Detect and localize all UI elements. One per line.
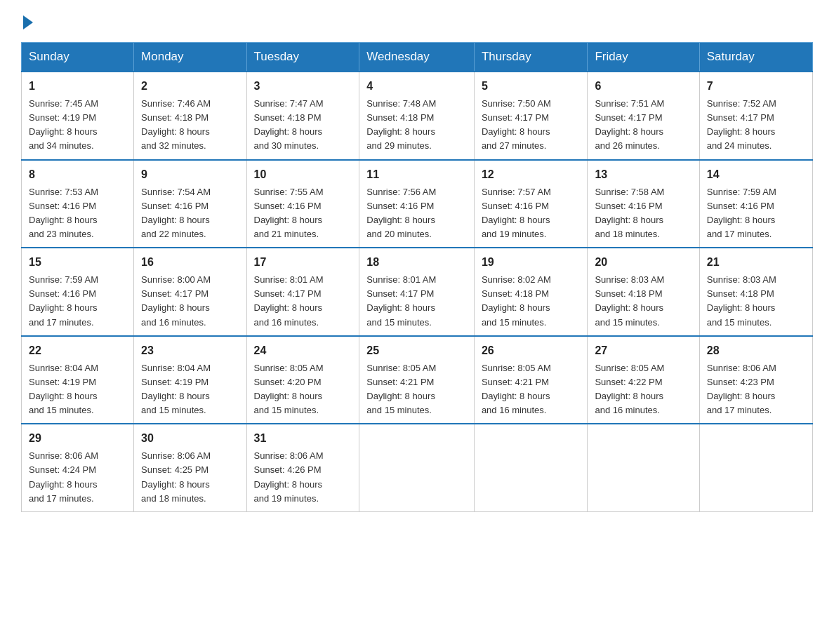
calendar-day-cell: 3Sunrise: 7:47 AMSunset: 4:18 PMDaylight…	[246, 72, 359, 160]
calendar-week-row: 8Sunrise: 7:53 AMSunset: 4:16 PMDaylight…	[22, 160, 813, 248]
day-info: Sunrise: 8:05 AMSunset: 4:22 PMDaylight:…	[595, 361, 691, 418]
calendar-day-cell: 21Sunrise: 8:03 AMSunset: 4:18 PMDayligh…	[699, 248, 812, 336]
day-number: 2	[141, 78, 239, 95]
calendar-day-cell: 14Sunrise: 7:59 AMSunset: 4:16 PMDayligh…	[699, 160, 812, 248]
day-info: Sunrise: 7:45 AMSunset: 4:19 PMDaylight:…	[29, 97, 126, 154]
weekday-header-saturday: Saturday	[699, 43, 812, 72]
calendar-day-cell: 24Sunrise: 8:05 AMSunset: 4:20 PMDayligh…	[246, 336, 359, 424]
day-info: Sunrise: 8:03 AMSunset: 4:18 PMDaylight:…	[707, 273, 805, 330]
day-info: Sunrise: 7:53 AMSunset: 4:16 PMDaylight:…	[29, 185, 126, 242]
weekday-header-wednesday: Wednesday	[359, 43, 475, 72]
day-info: Sunrise: 8:05 AMSunset: 4:21 PMDaylight:…	[482, 361, 581, 418]
calendar-day-cell	[359, 424, 475, 511]
calendar-day-cell: 12Sunrise: 7:57 AMSunset: 4:16 PMDayligh…	[474, 160, 588, 248]
day-number: 20	[595, 254, 691, 271]
logo	[21, 14, 33, 28]
calendar-day-cell: 25Sunrise: 8:05 AMSunset: 4:21 PMDayligh…	[359, 336, 475, 424]
day-info: Sunrise: 8:06 AMSunset: 4:25 PMDaylight:…	[141, 449, 239, 506]
calendar-day-cell: 31Sunrise: 8:06 AMSunset: 4:26 PMDayligh…	[246, 424, 359, 511]
calendar-day-cell: 6Sunrise: 7:51 AMSunset: 4:17 PMDaylight…	[588, 72, 699, 160]
day-number: 25	[366, 342, 467, 359]
day-info: Sunrise: 7:56 AMSunset: 4:16 PMDaylight:…	[366, 185, 467, 242]
day-number: 1	[29, 78, 126, 95]
day-number: 22	[29, 342, 126, 359]
calendar-day-cell: 10Sunrise: 7:55 AMSunset: 4:16 PMDayligh…	[246, 160, 359, 248]
calendar-week-row: 22Sunrise: 8:04 AMSunset: 4:19 PMDayligh…	[22, 336, 813, 424]
day-number: 16	[141, 254, 239, 271]
calendar-day-cell: 8Sunrise: 7:53 AMSunset: 4:16 PMDaylight…	[22, 160, 134, 248]
day-number: 4	[366, 78, 467, 95]
day-number: 13	[595, 166, 691, 183]
weekday-row: SundayMondayTuesdayWednesdayThursdayFrid…	[22, 43, 813, 72]
calendar-day-cell	[699, 424, 812, 511]
calendar-week-row: 15Sunrise: 7:59 AMSunset: 4:16 PMDayligh…	[22, 248, 813, 336]
calendar-day-cell: 29Sunrise: 8:06 AMSunset: 4:24 PMDayligh…	[22, 424, 134, 511]
calendar-day-cell	[588, 424, 699, 511]
day-number: 28	[707, 342, 805, 359]
calendar-day-cell: 13Sunrise: 7:58 AMSunset: 4:16 PMDayligh…	[588, 160, 699, 248]
weekday-header-tuesday: Tuesday	[246, 43, 359, 72]
calendar-day-cell: 4Sunrise: 7:48 AMSunset: 4:18 PMDaylight…	[359, 72, 475, 160]
day-info: Sunrise: 7:55 AMSunset: 4:16 PMDaylight:…	[254, 185, 352, 242]
day-info: Sunrise: 8:01 AMSunset: 4:17 PMDaylight:…	[366, 273, 467, 330]
calendar-day-cell: 18Sunrise: 8:01 AMSunset: 4:17 PMDayligh…	[359, 248, 475, 336]
day-info: Sunrise: 7:54 AMSunset: 4:16 PMDaylight:…	[141, 185, 239, 242]
day-info: Sunrise: 7:58 AMSunset: 4:16 PMDaylight:…	[595, 185, 691, 242]
day-number: 18	[366, 254, 467, 271]
day-number: 6	[595, 78, 691, 95]
calendar-day-cell: 1Sunrise: 7:45 AMSunset: 4:19 PMDaylight…	[22, 72, 134, 160]
day-info: Sunrise: 8:06 AMSunset: 4:23 PMDaylight:…	[707, 361, 805, 418]
day-info: Sunrise: 7:46 AMSunset: 4:18 PMDaylight:…	[141, 97, 239, 154]
calendar-day-cell: 17Sunrise: 8:01 AMSunset: 4:17 PMDayligh…	[246, 248, 359, 336]
calendar-table: SundayMondayTuesdayWednesdayThursdayFrid…	[21, 42, 813, 512]
calendar-day-cell: 11Sunrise: 7:56 AMSunset: 4:16 PMDayligh…	[359, 160, 475, 248]
weekday-header-thursday: Thursday	[474, 43, 588, 72]
day-number: 29	[29, 430, 126, 447]
calendar-day-cell: 27Sunrise: 8:05 AMSunset: 4:22 PMDayligh…	[588, 336, 699, 424]
day-info: Sunrise: 7:47 AMSunset: 4:18 PMDaylight:…	[254, 97, 352, 154]
day-info: Sunrise: 8:05 AMSunset: 4:21 PMDaylight:…	[366, 361, 467, 418]
day-number: 23	[141, 342, 239, 359]
logo-arrow-icon	[23, 15, 33, 29]
day-info: Sunrise: 8:06 AMSunset: 4:24 PMDaylight:…	[29, 449, 126, 506]
day-info: Sunrise: 7:50 AMSunset: 4:17 PMDaylight:…	[482, 97, 581, 154]
day-number: 27	[595, 342, 691, 359]
day-number: 10	[254, 166, 352, 183]
calendar-week-row: 1Sunrise: 7:45 AMSunset: 4:19 PMDaylight…	[22, 72, 813, 160]
day-number: 19	[482, 254, 581, 271]
day-info: Sunrise: 8:03 AMSunset: 4:18 PMDaylight:…	[595, 273, 691, 330]
calendar-header: SundayMondayTuesdayWednesdayThursdayFrid…	[22, 43, 813, 72]
day-number: 3	[254, 78, 352, 95]
day-number: 9	[141, 166, 239, 183]
day-number: 12	[482, 166, 581, 183]
day-number: 21	[707, 254, 805, 271]
day-number: 15	[29, 254, 126, 271]
calendar-day-cell: 16Sunrise: 8:00 AMSunset: 4:17 PMDayligh…	[134, 248, 246, 336]
day-info: Sunrise: 8:05 AMSunset: 4:20 PMDaylight:…	[254, 361, 352, 418]
day-info: Sunrise: 8:02 AMSunset: 4:18 PMDaylight:…	[482, 273, 581, 330]
calendar-day-cell: 20Sunrise: 8:03 AMSunset: 4:18 PMDayligh…	[588, 248, 699, 336]
calendar-day-cell: 2Sunrise: 7:46 AMSunset: 4:18 PMDaylight…	[134, 72, 246, 160]
day-number: 8	[29, 166, 126, 183]
day-info: Sunrise: 7:51 AMSunset: 4:17 PMDaylight:…	[595, 97, 691, 154]
day-number: 11	[366, 166, 467, 183]
calendar-body: 1Sunrise: 7:45 AMSunset: 4:19 PMDaylight…	[22, 72, 813, 511]
day-info: Sunrise: 7:52 AMSunset: 4:17 PMDaylight:…	[707, 97, 805, 154]
calendar-day-cell: 7Sunrise: 7:52 AMSunset: 4:17 PMDaylight…	[699, 72, 812, 160]
day-number: 31	[254, 430, 352, 447]
page-header	[21, 14, 813, 28]
calendar-day-cell: 28Sunrise: 8:06 AMSunset: 4:23 PMDayligh…	[699, 336, 812, 424]
weekday-header-sunday: Sunday	[22, 43, 134, 72]
calendar-day-cell: 5Sunrise: 7:50 AMSunset: 4:17 PMDaylight…	[474, 72, 588, 160]
calendar-day-cell: 23Sunrise: 8:04 AMSunset: 4:19 PMDayligh…	[134, 336, 246, 424]
calendar-week-row: 29Sunrise: 8:06 AMSunset: 4:24 PMDayligh…	[22, 424, 813, 511]
day-info: Sunrise: 8:04 AMSunset: 4:19 PMDaylight:…	[141, 361, 239, 418]
calendar-day-cell: 26Sunrise: 8:05 AMSunset: 4:21 PMDayligh…	[474, 336, 588, 424]
calendar-day-cell: 30Sunrise: 8:06 AMSunset: 4:25 PMDayligh…	[134, 424, 246, 511]
day-number: 5	[482, 78, 581, 95]
calendar-day-cell: 9Sunrise: 7:54 AMSunset: 4:16 PMDaylight…	[134, 160, 246, 248]
day-number: 30	[141, 430, 239, 447]
day-info: Sunrise: 7:57 AMSunset: 4:16 PMDaylight:…	[482, 185, 581, 242]
day-number: 26	[482, 342, 581, 359]
day-info: Sunrise: 8:01 AMSunset: 4:17 PMDaylight:…	[254, 273, 352, 330]
